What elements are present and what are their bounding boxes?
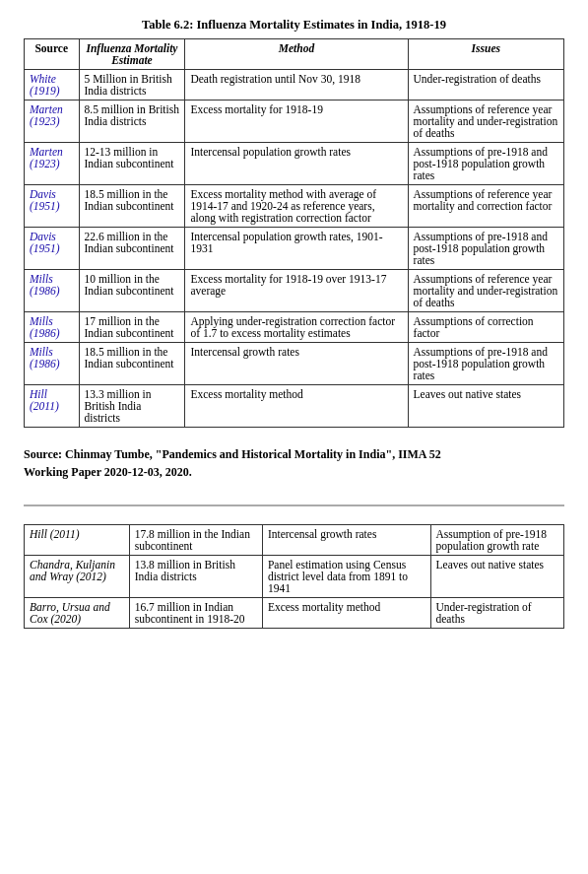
bottom-table-row: Hill (2011)17.8 million in the Indian su… (25, 525, 564, 556)
col-estimate: Influenza Mortality Estimate (79, 39, 185, 70)
cell-source: Mills (1986) (25, 343, 80, 385)
bottom-table-wrap: Hill (2011)17.8 million in the Indian su… (24, 524, 564, 629)
cell-issues: Assumptions of correction factor (408, 312, 563, 343)
bottom-cell-issues: Leaves out native states (430, 556, 564, 598)
cell-source: Mills (1986) (25, 270, 80, 312)
cell-estimate: 5 Million in British India districts (79, 70, 185, 101)
cell-estimate: 18.5 million in the Indian subcontinent (79, 185, 185, 228)
cell-method: Intercensal growth rates (185, 343, 408, 385)
cell-source: Mills (1986) (25, 312, 80, 343)
cell-estimate: 10 million in the Indian subcontinent (79, 270, 185, 312)
bottom-cell-issues: Assumption of pre-1918 population growth… (430, 525, 564, 556)
cell-method: Death registration until Nov 30, 1918 (185, 70, 408, 101)
table-row: Marten (1923)12-13 million in Indian sub… (25, 143, 564, 185)
cell-estimate: 8.5 million in British India districts (79, 101, 185, 143)
cell-estimate: 22.6 million in the Indian subcontinent (79, 228, 185, 270)
cell-method: Intercensal population growth rates (185, 143, 408, 185)
bottom-cell-source: Hill (2011) (25, 525, 130, 556)
cell-source: Davis (1951) (25, 228, 80, 270)
bottom-cell-issues: Under-registration of deaths (430, 598, 564, 629)
table-row: Davis (1951)18.5 million in the Indian s… (25, 185, 564, 228)
cell-issues: Assumptions of pre-1918 and post-1918 po… (408, 343, 563, 385)
cell-method: Excess mortality for 1918-19 (185, 101, 408, 143)
bottom-table-row: Barro, Ursua and Cox (2020)16.7 million … (25, 598, 564, 629)
col-source: Source (25, 39, 80, 70)
cell-method: Applying under-registration correction f… (185, 312, 408, 343)
bottom-cell-estimate: 17.8 million in the Indian subcontinent (129, 525, 262, 556)
cell-estimate: 13.3 million in British India districts (79, 385, 185, 428)
cell-source: Davis (1951) (25, 185, 80, 228)
cell-source: Marten (1923) (25, 101, 80, 143)
table-row: White (1919)5 Million in British India d… (25, 70, 564, 101)
table-row: Mills (1986)10 million in the Indian sub… (25, 270, 564, 312)
cell-estimate: 17 million in the Indian subcontinent (79, 312, 185, 343)
cell-issues: Assumptions of pre-1918 and post-1918 po… (408, 228, 563, 270)
cell-method: Excess mortality method with average of … (185, 185, 408, 228)
cell-source: Hill (2011) (25, 385, 80, 428)
table-row: Davis (1951)22.6 million in the Indian s… (25, 228, 564, 270)
bottom-cell-estimate: 13.8 million in British India districts (129, 556, 262, 598)
table-row: Marten (1923)8.5 million in British Indi… (25, 101, 564, 143)
cell-issues: Under-registration of deaths (408, 70, 563, 101)
cell-source: White (1919) (25, 70, 80, 101)
table-header-row: Source Influenza Mortality Estimate Meth… (25, 39, 564, 70)
source-note: Source: Chinmay Tumbe, "Pandemics and Hi… (24, 445, 564, 481)
bottom-cell-method: Panel estimation using Census district l… (262, 556, 430, 598)
cell-issues: Assumptions of reference year mortality … (408, 101, 563, 143)
bottom-table-row: Chandra, Kuljanin and Wray (2012)13.8 mi… (25, 556, 564, 598)
cell-estimate: 18.5 million in the Indian subcontinent (79, 343, 185, 385)
table-title: Table 6.2: Influenza Mortality Estimates… (24, 18, 564, 33)
bottom-cell-source: Barro, Ursua and Cox (2020) (25, 598, 130, 629)
cell-issues: Assumptions of reference year mortality … (408, 185, 563, 228)
bottom-cell-source: Chandra, Kuljanin and Wray (2012) (25, 556, 130, 598)
cell-method: Excess mortality method (185, 385, 408, 428)
table-row: Mills (1986)17 million in the Indian sub… (25, 312, 564, 343)
cell-method: Intercensal population growth rates, 190… (185, 228, 408, 270)
cell-source: Marten (1923) (25, 143, 80, 185)
table-row: Hill (2011)13.3 million in British India… (25, 385, 564, 428)
section-divider (24, 504, 564, 506)
bottom-cell-estimate: 16.7 million in Indian subcontinent in 1… (129, 598, 262, 629)
cell-issues: Leaves out native states (408, 385, 563, 428)
cell-method: Excess mortality for 1918-19 over 1913-1… (185, 270, 408, 312)
bottom-cell-method: Intercensal growth rates (262, 525, 430, 556)
main-table: Source Influenza Mortality Estimate Meth… (24, 38, 564, 428)
bottom-table: Hill (2011)17.8 million in the Indian su… (24, 524, 564, 629)
cell-issues: Assumptions of pre-1918 and post-1918 po… (408, 143, 563, 185)
page: Table 6.2: Influenza Mortality Estimates… (0, 0, 588, 874)
source-note-text: Source: Chinmay Tumbe, "Pandemics and Hi… (24, 447, 441, 479)
bottom-cell-method: Excess mortality method (262, 598, 430, 629)
cell-estimate: 12-13 million in Indian subcontinent (79, 143, 185, 185)
cell-issues: Assumptions of reference year mortality … (408, 270, 563, 312)
col-method: Method (185, 39, 408, 70)
col-issues: Issues (408, 39, 563, 70)
table-row: Mills (1986)18.5 million in the Indian s… (25, 343, 564, 385)
